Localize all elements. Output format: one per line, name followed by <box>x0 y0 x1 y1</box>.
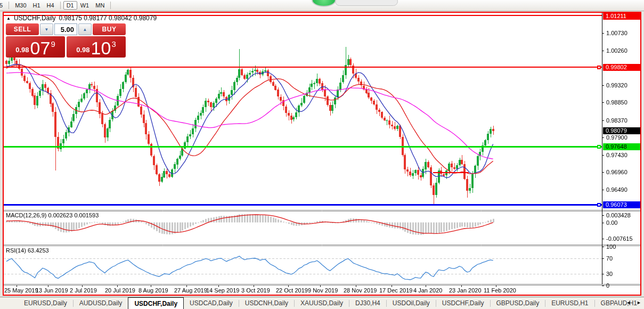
price-tick-label: 1.00730 <box>606 30 627 36</box>
date-label: 8 Aug 2019 <box>138 287 168 294</box>
date-label: 4 Jan 2020 <box>413 287 442 294</box>
date-label: 3 Oct 2019 <box>241 287 270 294</box>
price-tick-label: 0.97430 <box>606 152 627 158</box>
timeframe-button-h4[interactable]: H4 <box>44 1 58 10</box>
sell-price-big: 07 <box>30 40 51 56</box>
tab-eurusd-h1[interactable]: EURUSD,H1 <box>545 297 594 309</box>
tab-usdcnh-daily[interactable]: USDCNH,Daily <box>239 297 294 309</box>
tab-gbpusd-daily[interactable]: GBPUSD,Daily <box>491 297 545 309</box>
volume-decrease-button[interactable]: ▼ <box>40 23 53 35</box>
toolbar-separator <box>110 2 111 9</box>
price-tick-label: 0.96960 <box>606 169 627 175</box>
rsi-tick-label: 30 <box>606 271 613 277</box>
timeframe-button-5[interactable]: 5 <box>0 1 6 10</box>
tab-usdcad-daily[interactable]: USDCAD,Daily <box>184 297 239 309</box>
sell-price-prefix: 0.98 <box>15 46 29 54</box>
volume-increase-button[interactable]: ▲ <box>78 23 92 35</box>
chart-title: ▲ USDCHF,Daily 0.98175 0.98177 0.98042 0… <box>6 14 157 22</box>
timeframe-button-d1[interactable]: D1 <box>63 1 77 10</box>
price-tick-label: 0.99320 <box>606 82 627 88</box>
tab-scroll-arrows: ◄ ► <box>626 300 641 305</box>
buy-price-tile[interactable]: 0.98 10 3 <box>67 36 126 58</box>
rsi-tick-label: 0 <box>606 282 609 289</box>
chart-symbol-label: USDCHF,Daily <box>14 14 56 22</box>
chart-window: ▲ USDCHF,Daily 0.98175 0.98177 0.98042 0… <box>3 12 641 296</box>
macd-tick-label: 0.00 <box>606 219 617 226</box>
date-label: 28 Nov 2019 <box>344 287 377 294</box>
toolbar-separator <box>9 2 9 9</box>
price-badge: 0.99802 <box>603 64 640 71</box>
tab-usdoil-daily[interactable]: USDOil,Daily <box>387 297 436 309</box>
buy-price-big: 10 <box>91 40 111 56</box>
timeframe-button-w1[interactable]: W1 <box>77 1 93 10</box>
date-label: 9 Nov 2019 <box>308 287 338 294</box>
tab-scroll-right-icon[interactable]: ► <box>637 300 641 305</box>
price-badge: 0.97648 <box>603 143 640 150</box>
tab-eurusd-daily[interactable]: EURUSD,Daily <box>18 297 73 309</box>
price-badge: 0.96073 <box>603 201 640 208</box>
date-label: 22 Oct 2019 <box>276 287 308 294</box>
price-tick-label: 0.96490 <box>606 186 627 193</box>
tab-scroll-left-icon[interactable]: ◄ <box>626 300 631 305</box>
volume-input[interactable]: 5.00 <box>54 23 77 35</box>
price-tick-label: 0.98370 <box>606 117 627 124</box>
date-label: 14 Sep 2019 <box>206 287 239 294</box>
tab-dj30-h4[interactable]: DJ30,H4 <box>349 297 386 309</box>
buy-button[interactable]: BUY <box>93 23 126 35</box>
overlay-gray-pill <box>335 0 398 6</box>
timeframe-button-h1[interactable]: H1 <box>30 1 44 10</box>
buy-price-prefix: 0.98 <box>76 46 89 54</box>
buy-price-pip: 3 <box>111 39 116 48</box>
date-label: 25 May 2019 <box>4 287 38 294</box>
price-badge: 1.01211 <box>603 13 640 20</box>
rsi-indicator-label: RSI(14) 63.4253 <box>6 247 49 254</box>
price-tick-label: 0.97900 <box>606 134 627 141</box>
date-label: 13 Jun 2019 <box>36 287 68 294</box>
macd-tick-label: 0.003428 <box>606 212 631 218</box>
date-label: 11 Feb 2020 <box>484 287 516 294</box>
one-click-trade-panel: SELL ▼ 5.00 ▲ BUY 0.98 07 9 0.98 10 3 <box>6 23 126 58</box>
price-tick-label: 1.00260 <box>606 47 627 54</box>
date-label: 20 Jul 2019 <box>105 287 135 294</box>
tab-usdchf-daily[interactable]: USDCHF,Daily <box>128 297 184 309</box>
tab-audusd-daily[interactable]: AUDUSD,Daily <box>74 297 128 309</box>
date-label: 2 Jul 2019 <box>70 287 97 294</box>
date-label: 17 Dec 2019 <box>379 287 412 294</box>
rsi-tick-label: 70 <box>606 255 613 262</box>
timeframe-button-mn[interactable]: MN <box>92 1 108 10</box>
macd-indicator-label: MACD(12,26,9) 0.002623 0.001593 <box>6 212 99 218</box>
price-badge: 0.98079 <box>603 127 640 134</box>
chart-ohlc-values: 0.98175 0.98177 0.98042 0.98079 <box>59 14 157 22</box>
rsi-tick-label: 100 <box>606 243 616 250</box>
date-label: 27 Aug 2019 <box>174 287 207 294</box>
tab-xauusd-daily[interactable]: XAUUSD,Daily <box>295 297 349 309</box>
date-label: 23 Jan 2020 <box>449 287 482 294</box>
toolbar-separator <box>60 2 61 9</box>
price-tick-label: 0.98850 <box>606 99 627 105</box>
sell-button[interactable]: SELL <box>6 23 39 35</box>
sell-price-pip: 9 <box>51 39 55 48</box>
tab-usdchf-daily[interactable]: USDCHF,Daily <box>436 297 490 309</box>
sell-price-tile[interactable]: 0.98 07 9 <box>6 36 65 58</box>
timeframe-button-m30[interactable]: M30 <box>12 1 29 10</box>
collapse-arrow-icon[interactable]: ▲ <box>6 16 11 21</box>
chart-tab-bar: EURUSD,DailyAUDUSD,DailyUSDCHF,DailyUSDC… <box>0 297 644 309</box>
macd-tick-label: -0.007615 <box>606 235 633 242</box>
